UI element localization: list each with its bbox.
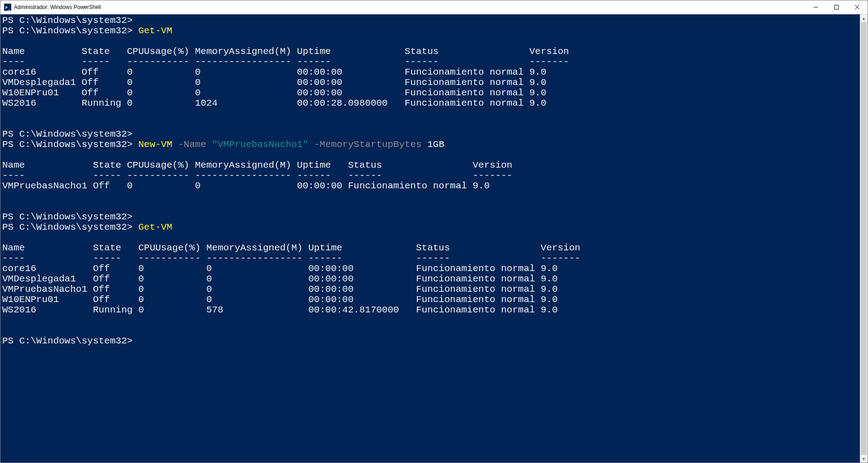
- table-row: W10ENPru01 Off 0 0 00:00:00 Funcionamien…: [2, 88, 546, 98]
- app-window: >_ Administrador: Windows PowerShell PS …: [0, 0, 868, 463]
- string-value: "VMPruebasNacho1": [212, 139, 308, 150]
- terminal-body: PS C:\Windows\system32> PS C:\Windows\sy…: [0, 14, 868, 463]
- prompt: PS C:\Windows\system32>: [2, 222, 133, 232]
- prompt: PS C:\Windows\system32>: [2, 139, 133, 150]
- table-divider: ---- ----- ----------- -----------------…: [2, 253, 580, 263]
- powershell-icon: >_: [4, 4, 11, 11]
- window-title: Administrador: Windows PowerShell: [14, 4, 101, 10]
- terminal-output[interactable]: PS C:\Windows\system32> PS C:\Windows\sy…: [0, 14, 860, 463]
- table-row: VMPruebasNacho1 Off 0 0 00:00:00 Funcion…: [2, 181, 490, 191]
- scroll-thumb[interactable]: [861, 22, 867, 455]
- table-row: core16 Off 0 0 00:00:00 Funcionamiento n…: [2, 263, 558, 274]
- param: -Name: [178, 139, 206, 150]
- svg-rect-1: [835, 5, 839, 9]
- param: -MemoryStartupBytes: [314, 139, 421, 150]
- table-row: core16 Off 0 0 00:00:00 Funcionamiento n…: [2, 67, 546, 77]
- prompt: PS C:\Windows\system32>: [2, 212, 133, 222]
- table-row: W10ENPru01 Off 0 0 00:00:00 Funcionamien…: [2, 294, 558, 305]
- table-divider: ---- ----- ----------- -----------------…: [2, 170, 512, 181]
- command: Get-VM: [138, 222, 172, 232]
- command: New-VM: [138, 139, 172, 150]
- scroll-down-icon[interactable]: ▼: [860, 455, 868, 463]
- command: Get-VM: [138, 26, 172, 36]
- titlebar[interactable]: >_ Administrador: Windows PowerShell: [0, 0, 868, 14]
- table-row: WS2016 Running 0 578 00:00:42.8170000 Fu…: [2, 305, 558, 315]
- prompt: PS C:\Windows\system32>: [2, 15, 133, 26]
- minimize-button[interactable]: [805, 0, 826, 14]
- table-header: Name State CPUUsage(%) MemoryAssigned(M)…: [2, 243, 580, 253]
- scroll-up-icon[interactable]: ▲: [860, 14, 868, 22]
- table-divider: ---- ----- ----------- -----------------…: [2, 57, 569, 67]
- table-row: WS2016 Running 0 1024 00:00:28.0980000 F…: [2, 98, 546, 108]
- prompt: PS C:\Windows\system32>: [2, 336, 133, 346]
- vertical-scrollbar[interactable]: ▲ ▼: [860, 14, 868, 463]
- table-header: Name State CPUUsage(%) MemoryAssigned(M)…: [2, 46, 569, 57]
- value: 1GB: [427, 139, 444, 150]
- table-header: Name State CPUUsage(%) MemoryAssigned(M)…: [2, 160, 512, 170]
- prompt: PS C:\Windows\system32>: [2, 26, 133, 36]
- prompt: PS C:\Windows\system32>: [2, 129, 133, 139]
- table-row: VMPruebasNacho1 Off 0 0 00:00:00 Funcion…: [2, 284, 558, 294]
- table-row: VMDesplegada1 Off 0 0 00:00:00 Funcionam…: [2, 274, 558, 284]
- close-button[interactable]: [847, 0, 868, 14]
- table-row: VMDesplegada1 Off 0 0 00:00:00 Funcionam…: [2, 77, 546, 88]
- maximize-button[interactable]: [826, 0, 847, 14]
